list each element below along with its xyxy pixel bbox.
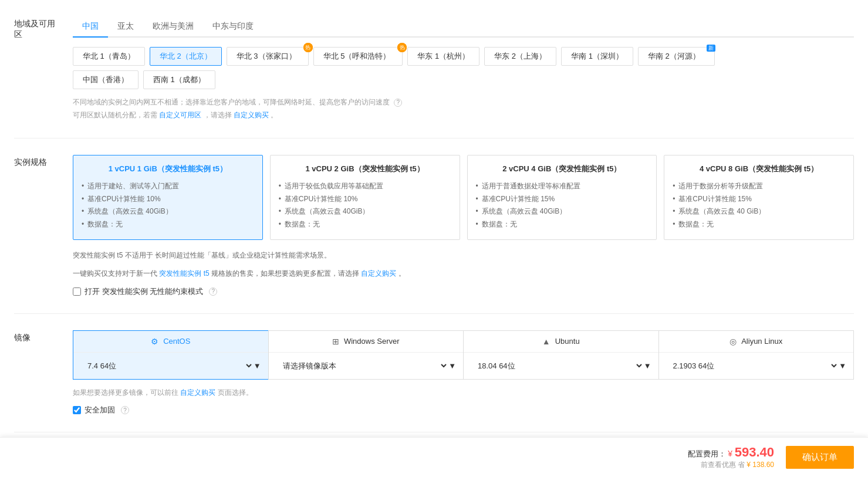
spec-card-title-4: 4 vCPU 8 GiB（突发性能实例 t5）: [673, 164, 845, 174]
region-grid-2: 中国（香港） 西南 1（成都）: [73, 70, 854, 89]
spec-card-title-2: 1 vCPU 2 GiB（突发性能实例 t5）: [279, 164, 451, 174]
spec-note-2: 一键购买仅支持对于新一代 突发性能实例 t5 规格族的售卖，如果想要选购更多配置…: [73, 268, 854, 280]
region-hint: 不同地域的实例之间内网互不相通；选择靠近您客户的地域，可降低网络时延、提高您客户…: [73, 96, 854, 109]
aliyun-icon: ◎: [729, 337, 737, 346]
region-huanan1[interactable]: 华南 1（深圳）: [561, 47, 633, 66]
customize-zone-link[interactable]: 自定义可用区: [159, 111, 201, 119]
image-card-ubuntu-header: ▲ Ubuntu: [464, 331, 658, 353]
tab-europe[interactable]: 欧洲与美洲: [143, 16, 203, 38]
security-help-icon: ?: [121, 406, 129, 414]
image-section: 镜像 ⚙ CentOS 7.4 64位 7.6 64位 6.10 64位: [14, 314, 854, 433]
windows-icon: ⊞: [332, 337, 339, 346]
price-currency: ¥: [728, 449, 732, 458]
image-card-ubuntu[interactable]: ▲ Ubuntu 18.04 64位 16.04 64位 ▼: [463, 330, 658, 380]
image-card-ubuntu-version[interactable]: 18.04 64位 16.04 64位 ▼: [464, 353, 658, 379]
centos-icon: ⚙: [151, 337, 158, 346]
burst-mode-checkbox[interactable]: [73, 287, 81, 296]
image-card-aliyun-header: ◎ Aliyun Linux: [659, 331, 854, 353]
region-huanan2[interactable]: 华南 2（河源） 新: [638, 47, 715, 66]
spec-label: 实例规格: [14, 155, 61, 297]
region-huabei2[interactable]: 华北 2（北京）: [150, 47, 222, 66]
spec-card-1[interactable]: 1 vCPU 1 GiB（突发性能实例 t5） 适用于建站、测试等入门配置 基准…: [73, 155, 263, 239]
image-content: ⚙ CentOS 7.4 64位 7.6 64位 6.10 64位 ▼: [73, 330, 854, 416]
burst-mode-help-icon: ?: [209, 287, 217, 296]
spec-card-title-3: 2 vCPU 4 GiB（突发性能实例 t5）: [476, 164, 649, 174]
spec-card-2[interactable]: 1 vCPU 2 GiB（突发性能实例 t5） 适用于较低负载应用等基础配置 基…: [270, 155, 460, 239]
region-huabei3[interactable]: 华北 3（张家口） 热: [227, 47, 309, 66]
ubuntu-version-select[interactable]: 18.04 64位 16.04 64位: [471, 357, 644, 374]
region-huabei5[interactable]: 华北 5（呼和浩特） 热: [313, 47, 403, 66]
burst-mode-row: 打开 突发性能实例 无性能约束模式 ?: [73, 286, 854, 297]
aliyun-version-select[interactable]: 2.1903 64位: [666, 357, 839, 374]
price-area: 配置费用： ¥ 593.40 前查看优惠 省 ¥ 138.60: [688, 445, 774, 470]
spec-card-3[interactable]: 2 vCPU 4 GiB（突发性能实例 t5） 适用于普通数据处理等标准配置 基…: [467, 155, 657, 239]
security-row: 安全加固 ?: [73, 405, 854, 415]
ubuntu-icon: ▲: [542, 337, 550, 346]
region-content: 中国 亚太 欧洲与美洲 中东与印度 华北 1（青岛） 华北 2（北京） 华北 3…: [73, 16, 854, 121]
centos-version-select[interactable]: 7.4 64位 7.6 64位 6.10 64位: [80, 357, 254, 374]
image-cards: ⚙ CentOS 7.4 64位 7.6 64位 6.10 64位 ▼: [73, 330, 854, 380]
price-label: 配置费用：: [688, 449, 726, 458]
footer: 配置费用： ¥ 593.40 前查看优惠 省 ¥ 138.60 确认订单: [0, 437, 868, 477]
image-card-windows-header: ⊞ Windows Server: [269, 331, 464, 353]
customize-buy-link-spec[interactable]: 自定义购买: [361, 269, 396, 278]
windows-version-select[interactable]: 请选择镜像版本 2019 64位 2016 64位: [276, 357, 449, 374]
region-hongkong[interactable]: 中国（香港）: [73, 70, 139, 89]
region-huadong2[interactable]: 华东 2（上海）: [484, 47, 556, 66]
image-card-centos[interactable]: ⚙ CentOS 7.4 64位 7.6 64位 6.10 64位 ▼: [73, 330, 268, 380]
price-value: 593.40: [735, 445, 774, 459]
help-icon: ?: [394, 99, 402, 107]
tab-asia[interactable]: 亚太: [108, 16, 143, 38]
security-checkbox[interactable]: [73, 406, 81, 414]
image-card-windows[interactable]: ⊞ Windows Server 请选择镜像版本 2019 64位 2016 6…: [268, 330, 464, 380]
badge-huabei5: 热: [397, 43, 407, 52]
image-card-windows-version[interactable]: 请选择镜像版本 2019 64位 2016 64位 ▼: [269, 353, 464, 379]
burst-mode-label: 打开 突发性能实例 无性能约束模式: [85, 286, 203, 297]
image-card-centos-version[interactable]: 7.4 64位 7.6 64位 6.10 64位 ▼: [73, 353, 268, 379]
price-row: 配置费用： ¥ 593.40: [688, 445, 774, 460]
region-label: 地域及可用区: [14, 16, 61, 121]
customize-buy-link-region[interactable]: 自定义购买: [234, 111, 269, 119]
region-section: 地域及可用区 中国 亚太 欧洲与美洲 中东与印度 华北 1（青岛） 华北 2（北…: [14, 0, 854, 138]
spec-features-1: 适用于建站、测试等入门配置 基准CPU计算性能 10% 系统盘（高效云盘 40G…: [82, 180, 254, 231]
region-grid: 华北 1（青岛） 华北 2（北京） 华北 3（张家口） 热 华北 5（呼和浩特）…: [73, 47, 854, 66]
burst-instance-link[interactable]: 突发性能实例 t5: [159, 269, 209, 278]
security-label: 安全加固: [85, 405, 115, 415]
spec-features-4: 适用于数据分析等升级配置 基准CPU计算性能 15% 系统盘（高效云盘 40 G…: [673, 180, 845, 231]
customize-buy-link-image[interactable]: 自定义购买: [180, 388, 215, 397]
spec-content: 1 vCPU 1 GiB（突发性能实例 t5） 适用于建站、测试等入门配置 基准…: [73, 155, 854, 297]
price-discount-row: 前查看优惠 省 ¥ 138.60: [688, 460, 774, 470]
region-tabs: 中国 亚太 欧洲与美洲 中东与印度: [73, 16, 854, 38]
spec-features-3: 适用于普通数据处理等标准配置 基准CPU计算性能 15% 系统盘（高效云盘 40…: [476, 180, 649, 231]
tab-mideast[interactable]: 中东与印度: [203, 16, 263, 38]
image-card-aliyun-version[interactable]: 2.1903 64位 ▼: [659, 353, 854, 379]
image-card-centos-header: ⚙ CentOS: [73, 331, 268, 353]
region-hint2: 可用区默认随机分配，若需 自定义可用区 ，请选择 自定义购买 。: [73, 109, 854, 122]
image-label: 镜像: [14, 330, 61, 416]
spec-note-1: 突发性能实例 t5 不适用于 长时间超过性能「基线」或企业稳定计算性能需求场景。: [73, 249, 854, 262]
tab-china[interactable]: 中国: [73, 16, 108, 38]
spec-card-4[interactable]: 4 vCPU 8 GiB（突发性能实例 t5） 适用于数据分析等升级配置 基准C…: [664, 155, 854, 239]
region-huadong1[interactable]: 华东 1（杭州）: [407, 47, 479, 66]
spec-section: 实例规格 1 vCPU 1 GiB（突发性能实例 t5） 适用于建站、测试等入门…: [14, 138, 854, 314]
region-xibei1[interactable]: 西南 1（成都）: [143, 70, 215, 89]
spec-features-2: 适用于较低负载应用等基础配置 基准CPU计算性能 10% 系统盘（高效云盘 40…: [279, 180, 451, 231]
badge-huabei3: 热: [303, 43, 313, 52]
image-hint: 如果想要选择更多镜像，可以前往 自定义购买 页面选择。: [73, 387, 854, 400]
badge-new-huanan2: 新: [707, 43, 715, 52]
region-huabei1[interactable]: 华北 1（青岛）: [73, 47, 145, 66]
confirm-order-button[interactable]: 确认订单: [786, 446, 854, 469]
image-card-aliyun[interactable]: ◎ Aliyun Linux 2.1903 64位 ▼: [658, 330, 855, 380]
spec-card-title-1: 1 vCPU 1 GiB（突发性能实例 t5）: [82, 164, 254, 174]
spec-cards: 1 vCPU 1 GiB（突发性能实例 t5） 适用于建站、测试等入门配置 基准…: [73, 155, 854, 239]
discount-amount: ¥ 138.60: [747, 461, 774, 469]
